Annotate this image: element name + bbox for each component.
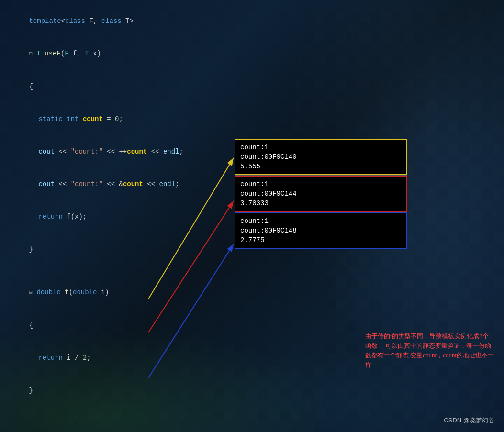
output-text-blue: count:1 count:00F9C148 2.7775 xyxy=(240,216,401,245)
code-line-2: ⊟T useF(F f, T x) xyxy=(0,37,504,70)
output-text-yellow: count:1 count:00F9C140 5.555 xyxy=(240,143,401,171)
code-line-13: ⊟struct Functor xyxy=(0,428,504,432)
output-text-red: count:1 count:00F9C144 3.70333 xyxy=(240,179,401,208)
output-popup: count:1 count:00F9C140 5.555 count:1 cou… xyxy=(235,139,407,249)
code-line-12: } xyxy=(0,374,504,407)
code-line-4: static int count = 0; xyxy=(0,103,504,135)
code-line-empty2 xyxy=(0,407,504,417)
code-line-empty1 xyxy=(0,266,504,276)
code-line-empty3 xyxy=(0,417,504,428)
output-section-yellow: count:1 count:00F9C140 5.555 xyxy=(235,139,407,175)
output-section-red: count:1 count:00F9C144 3.70333 xyxy=(235,176,407,212)
watermark: CSDN @晓梦幻谷 xyxy=(444,416,494,425)
code-line-1: template<class F, class T> xyxy=(0,5,504,37)
output-section-blue: count:1 count:00F9C148 2.7775 xyxy=(235,212,407,249)
code-line-3: { xyxy=(0,70,504,103)
annotation-text: 由于传的r的类型不同，导致模板实例化成3个函数， 可以由其中的静态变量验证，每一… xyxy=(365,332,494,370)
code-line-9: ⊟double f(double i) xyxy=(0,276,504,309)
